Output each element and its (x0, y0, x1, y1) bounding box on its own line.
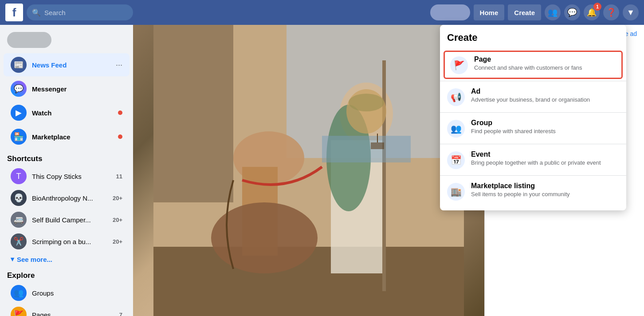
notifications-icon-button[interactable]: 🔔 1 (584, 4, 600, 20)
sidebar-item-marketplace[interactable]: 🏪 Marketplace (4, 125, 130, 148)
event-item-text: Event Bring people together with a publi… (471, 150, 619, 166)
shortcut-selfbuildcamper[interactable]: 🚐 Self Build Camper... 20+ (4, 209, 130, 230)
search-input[interactable] (44, 9, 128, 16)
sidebar-item-messenger[interactable]: 💬 Messenger (4, 77, 130, 100)
shortcut-bioanthropology[interactable]: 💀 BioAnthropology N... 20+ (4, 187, 130, 209)
groups-label: Groups (32, 289, 122, 297)
groups-icon: 👥 (11, 285, 27, 301)
event-item-subtitle: Bring people together with a public or p… (471, 159, 619, 166)
question-icon: ❓ (606, 8, 616, 17)
user-avatar-nav[interactable] (430, 4, 470, 20)
divider-3 (440, 144, 626, 144)
watch-label: Watch (32, 109, 113, 117)
home-button[interactable]: Home (474, 4, 505, 20)
page-item-text: Page Connect and share with customers or… (474, 55, 616, 71)
group-item-title: Group (471, 119, 619, 127)
divider-1 (440, 81, 626, 81)
divider-4 (440, 175, 626, 176)
create-button[interactable]: Create (508, 4, 541, 20)
bioanthropology-count: 20+ (113, 195, 122, 201)
marketplace-listing-icon: 🏬 (447, 183, 465, 201)
ad-icon: 📢 (447, 88, 465, 106)
left-sidebar: 📰 News Feed ··· 💬 Messenger ▶ Watch 🏪 Ma… (0, 25, 133, 316)
sidebar-item-newsfeed[interactable]: 📰 News Feed ··· (4, 53, 130, 76)
marketplace-notification-dot (118, 134, 122, 139)
newsfeed-icon: 📰 (11, 57, 27, 73)
shortcuts-section-title: Shortcuts (0, 149, 133, 165)
create-marketplace-listing-item[interactable]: 🏬 Marketplace listing Sell items to peop… (440, 178, 626, 205)
shortcut-thiscopysticks[interactable]: T This Copy Sticks 11 (4, 166, 130, 187)
scrimpingona-label: Scrimping on a bu... (32, 238, 107, 245)
sidebar-item-watch[interactable]: ▶ Watch (4, 101, 130, 124)
friends-icon-button[interactable]: 👥 (545, 4, 561, 20)
create-dropdown: Create 🚩 Page Connect and share with cus… (440, 25, 626, 210)
page-icon: 🚩 (450, 56, 468, 74)
painting-background (133, 25, 484, 316)
newsfeed-more-icon[interactable]: ··· (116, 60, 122, 70)
thiscopysticks-icon: T (11, 168, 27, 184)
ad-item-subtitle: Advertise your business, brand or organi… (471, 96, 619, 103)
selfbuildcamper-icon: 🚐 (11, 212, 27, 228)
sidebar-item-groups[interactable]: 👥 Groups (4, 282, 130, 304)
newsfeed-label: News Feed (32, 61, 110, 69)
ad-item-title: Ad (471, 87, 619, 95)
see-more-button[interactable]: ▾ See more... (0, 253, 133, 266)
svg-rect-14 (371, 142, 384, 149)
main-content (133, 25, 484, 316)
selfbuildcamper-count: 20+ (113, 217, 122, 223)
marketplace-listing-text: Marketplace listing Sell items to people… (471, 182, 619, 198)
facebook-logo: f (5, 4, 23, 21)
group-item-subtitle: Find people with shared interests (471, 128, 619, 134)
bioanthropology-icon: 💀 (11, 190, 27, 206)
chevron-down-icon: ▾ (11, 255, 14, 263)
thiscopysticks-label: This Copy Sticks (32, 173, 111, 180)
shortcut-scrimpingona[interactable]: ✂️ Scrimping on a bu... 20+ (4, 231, 130, 252)
page-item-title: Page (474, 55, 616, 63)
dropdown-arrow-button[interactable]: ▼ (623, 4, 639, 20)
create-page-item[interactable]: 🚩 Page Connect and share with customers … (444, 51, 623, 79)
painting-svg (133, 25, 484, 316)
marketplace-listing-subtitle: Sell items to people in your community (471, 191, 619, 198)
watch-notification-dot (118, 111, 122, 115)
messenger-sidebar-icon: 💬 (11, 81, 27, 97)
create-ad-item[interactable]: 📢 Ad Advertise your business, brand or o… (440, 83, 626, 111)
explore-section-title: Explore (0, 266, 133, 282)
scrimpingona-icon: ✂️ (11, 233, 27, 249)
group-item-text: Group Find people with shared interests (471, 119, 619, 134)
ad-item-text: Ad Advertise your business, brand or org… (471, 87, 619, 103)
sidebar-user-avatar[interactable] (7, 32, 51, 48)
svg-rect-13 (322, 136, 411, 162)
event-icon: 📅 (447, 151, 465, 169)
dropdown-title: Create (440, 30, 626, 49)
marketplace-listing-title: Marketplace listing (471, 182, 619, 190)
see-more-label: See more... (17, 256, 52, 263)
pages-count: 7 (119, 312, 122, 316)
create-group-item[interactable]: 👥 Group Find people with shared interest… (440, 115, 626, 142)
svg-rect-2 (153, 25, 233, 202)
top-navigation: f 🔍 Home Create 👥 💬 🔔 1 ❓ ▼ (0, 0, 644, 25)
watch-icon: ▶ (11, 105, 27, 121)
pages-icon: 🚩 (11, 307, 27, 316)
pages-label: Pages (32, 311, 114, 316)
svg-point-12 (346, 89, 386, 134)
search-bar[interactable]: 🔍 (27, 4, 133, 20)
group-icon: 👥 (447, 120, 465, 138)
messenger-icon: 💬 (567, 8, 577, 17)
thiscopysticks-count: 11 (116, 173, 122, 180)
chevron-down-icon: ▼ (627, 8, 635, 17)
page-item-subtitle: Connect and share with customers or fans (474, 64, 616, 71)
notification-badge: 1 (593, 3, 601, 11)
create-event-item[interactable]: 📅 Event Bring people together with a pub… (440, 146, 626, 174)
selfbuildcamper-label: Self Build Camper... (32, 216, 107, 224)
messenger-icon-button[interactable]: 💬 (564, 4, 580, 20)
event-item-title: Event (471, 150, 619, 158)
divider-2 (440, 112, 626, 113)
bioanthropology-label: BioAnthropology N... (32, 194, 107, 202)
help-icon-button[interactable]: ❓ (603, 4, 619, 20)
search-icon: 🔍 (32, 8, 41, 17)
friends-icon: 👥 (548, 8, 558, 17)
scrimpingona-count: 20+ (113, 238, 122, 245)
messenger-label: Messenger (32, 85, 122, 93)
marketplace-label: Marketplace (32, 133, 113, 141)
sidebar-item-pages[interactable]: 🚩 Pages 7 (4, 304, 130, 316)
